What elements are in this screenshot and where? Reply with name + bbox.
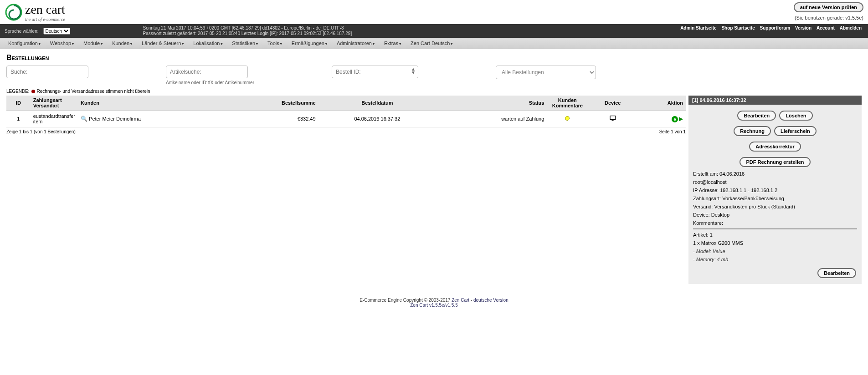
th-comments[interactable]: Kunden Kommentare [547, 96, 588, 111]
th-device[interactable]: Device [588, 96, 637, 111]
status-login-info: Passwort zuletzt geändert: 2017-05-20 21… [143, 31, 352, 36]
language-label: Sprache wählen: [5, 29, 39, 34]
sidebar-header: [1] 04.06.2016 16:37:32 [688, 96, 862, 105]
order-id-spinner-icon[interactable]: ▲▼ [411, 67, 416, 75]
magnify-icon[interactable]: 🔍 [81, 116, 87, 122]
cell-action: e▶ [637, 111, 686, 127]
article-line: 1 x Matrox G200 MMS [693, 240, 857, 246]
current-version-text: (Sie benutzen gerade: v1.5.5e) [794, 15, 863, 20]
page-footer: E-Commerce Engine Copyright © 2003-2017 … [0, 298, 868, 308]
cell-payment: eustandardtransfer item [31, 111, 78, 127]
link-account[interactable]: Account [815, 25, 837, 30]
article-search-help: Artikelname oder ID:XX oder Artikelnumme… [166, 80, 254, 85]
main-menu: Konfiguration▼ Webshop▼ Module▼ Kunden▼ … [0, 38, 868, 49]
comment-dot-icon [565, 116, 570, 121]
status-filter-select[interactable]: Alle Bestellungen [496, 66, 596, 79]
legend-text: Rechnungs- und Versandadresse stimmen ni… [37, 89, 150, 94]
th-payment[interactable]: Zahlungsart Versandart [31, 96, 78, 111]
select-arrow-icon[interactable]: ▶ [679, 116, 683, 122]
pager-right: Seite 1 von 1 [659, 129, 686, 134]
cell-customer: 🔍 Peter Meier Demofirma [78, 111, 228, 127]
pager-left: Zeige 1 bis 1 (von 1 Bestellungen) [6, 129, 76, 134]
menu-ermaessigungen[interactable]: Ermäßigungen▼ [288, 38, 332, 49]
article-attr-2: - Memory: 4 mb [693, 257, 857, 262]
edit-button-bottom[interactable]: Bearbeiten [817, 268, 856, 278]
footer-link-de[interactable]: deutsche Version [473, 298, 508, 303]
language-select[interactable]: Deutsch [43, 28, 70, 35]
link-version[interactable]: Version [793, 25, 813, 30]
link-shop-home[interactable]: Shop Startseite [719, 25, 756, 30]
th-customers[interactable]: Kunden [78, 96, 228, 111]
menu-statistiken[interactable]: Statistiken▼ [228, 38, 262, 49]
cell-device [588, 111, 637, 127]
logo-subtitle: the art of e-commerce [25, 17, 65, 22]
comments-text: Kommentare: [693, 220, 857, 226]
zen-swirl-icon [5, 3, 23, 21]
th-date[interactable]: Bestelldatum [318, 96, 437, 111]
ip-text: IP Adresse: 192.168.1.1 - 192.168.1.2 [693, 188, 857, 193]
edit-button[interactable]: Bearbeiten [737, 111, 776, 121]
cell-id: 1 [6, 111, 31, 127]
search-input[interactable] [6, 66, 88, 78]
th-status[interactable]: Status [436, 96, 547, 111]
menu-webshop[interactable]: Webshop▼ [46, 38, 78, 49]
device-text: Device: Desktop [693, 212, 857, 218]
menu-laender[interactable]: Länder & Steuern▼ [138, 38, 188, 49]
edit-order-icon[interactable]: e [672, 116, 678, 122]
email-text: root@localhost [693, 179, 857, 185]
pdf-invoice-button[interactable]: PDF Rechnung erstellen [740, 157, 810, 167]
packingslip-button[interactable]: Lieferschein [774, 126, 817, 136]
address-button[interactable]: Adresskorrektur [749, 142, 801, 152]
menu-lokalisation[interactable]: Lokalisation▼ [190, 38, 227, 49]
link-admin-home[interactable]: Admin Startseite [678, 25, 718, 30]
menu-tools[interactable]: Tools▼ [264, 38, 287, 49]
menu-extras[interactable]: Extras▼ [380, 38, 406, 49]
order-id-input[interactable] [332, 66, 418, 78]
link-logout[interactable]: Abmelden [838, 25, 863, 30]
menu-administratoren[interactable]: Administratoren▼ [333, 38, 379, 49]
svg-rect-1 [610, 116, 616, 120]
link-supportforum[interactable]: Supportforum [758, 25, 792, 30]
article-search-input[interactable] [166, 66, 248, 78]
th-total[interactable]: Bestellsumme [228, 96, 318, 111]
page-title: Bestellungen [6, 54, 862, 62]
table-row[interactable]: 1 eustandardtransfer item 🔍 Peter Meier … [6, 111, 686, 127]
legend-label: LEGENDE: [6, 89, 30, 94]
logo-title: zen cart [25, 2, 65, 17]
menu-konfiguration[interactable]: Konfiguration▼ [5, 38, 45, 49]
menu-kunden[interactable]: Kunden▼ [108, 38, 137, 49]
cell-comments [547, 111, 588, 127]
footer-link-zencart[interactable]: Zen Cart [452, 298, 469, 303]
legend-dot-icon [31, 90, 35, 93]
articles-head: Artikel: 1 [693, 232, 857, 238]
orders-table: ID Zahlungsart Versandart Kunden Bestell… [6, 96, 686, 127]
menu-zencart-de[interactable]: Zen Cart Deutsch▼ [407, 38, 457, 49]
check-version-button[interactable]: auf neue Version prüfen [794, 2, 863, 12]
cell-status: warten auf Zahlung [436, 111, 547, 127]
cell-total: €332.49 [228, 111, 318, 127]
payment-text: Zahlungsart: Vorkasse/Banküberweisung [693, 196, 857, 201]
created-text: Erstellt am: 04.06.2016 [693, 171, 857, 177]
article-attr-1: - Model: Value [693, 248, 857, 254]
menu-module[interactable]: Module▼ [80, 38, 107, 49]
footer-version-link[interactable]: Zen Cart v1.5.5e/v1.5.5 [410, 303, 458, 308]
desktop-icon [609, 115, 616, 122]
svg-point-0 [6, 5, 21, 20]
invoice-button[interactable]: Rechnung [734, 126, 771, 136]
status-datetime: Sonntag 21 Mai 2017 10:04:59 +0200 GMT [… [143, 25, 352, 31]
delete-button[interactable]: Löschen [779, 111, 812, 121]
shipping-text: Versand: Versandkosten pro Stück (Standa… [693, 204, 857, 209]
logo: zen cart the art of e-commerce [5, 2, 65, 22]
cell-date: 04.06.2016 16:37:32 [318, 111, 437, 127]
th-action[interactable]: Aktion [637, 96, 686, 111]
th-id[interactable]: ID [6, 96, 31, 111]
